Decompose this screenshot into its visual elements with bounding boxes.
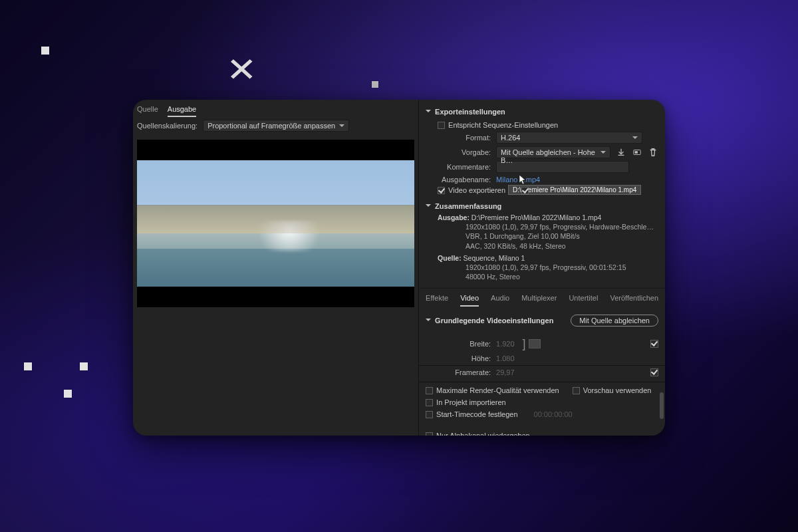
export-settings-title: Exporteinstellungen	[435, 108, 505, 116]
tab-audio[interactable]: Audio	[491, 294, 509, 307]
preset-select[interactable]: Mit Quelle abgleichen - Hohe B…	[496, 146, 610, 158]
match-source-button[interactable]: Mit Quelle abgleichen	[571, 315, 658, 327]
timecode-value: 00:00:00:00	[531, 410, 575, 418]
twisty-icon[interactable]	[426, 110, 431, 115]
width-label: Breite:	[426, 340, 491, 348]
match-sequence-checkbox[interactable]: Entspricht Sequenz-Einstellungen	[438, 121, 558, 129]
settings-panel: Exporteinstellungen Entspricht Sequenz-E…	[419, 100, 665, 436]
set-timecode-checkbox[interactable]: Start-Timecode festlegen	[426, 410, 517, 418]
height-value[interactable]: 1.080	[496, 354, 515, 362]
summary-source-line3: 48000 Hz, Stereo	[438, 272, 658, 281]
use-preview-label: Vorschau verwenden	[583, 386, 652, 394]
tab-video[interactable]: Video	[460, 294, 479, 307]
summary-source-label: Quelle:	[438, 254, 462, 262]
summary-output-path: D:\Premiere Pro\Milan 2022\Milano 1.mp4	[471, 213, 602, 221]
outputname-label: Ausgabename:	[426, 176, 491, 184]
basic-video-title: Grundlegende Videoeinstellungen	[435, 317, 553, 325]
summary-title: Zusammenfassung	[435, 202, 501, 210]
tab-multiplexer[interactable]: Multiplexer	[521, 294, 557, 307]
link-bracket-icon: ]	[523, 336, 526, 352]
preview-panel: Quelle Ausgabe Quellenskalierung: Propor…	[133, 100, 419, 436]
framerate-match-checkbox[interactable]	[650, 368, 658, 376]
deco-square	[372, 81, 378, 88]
import-preset-icon[interactable]	[632, 147, 642, 158]
width-match-checkbox[interactable]	[650, 340, 658, 348]
use-preview-checkbox[interactable]: Vorschau verwenden	[573, 386, 652, 394]
summary-output-line3: VBR, 1 Durchgang, Ziel 10,00 MBit/s	[438, 231, 658, 241]
comments-label: Kommentare:	[426, 163, 491, 171]
summary-source-line1: Sequence, Milano 1	[464, 254, 525, 262]
twisty-icon[interactable]	[426, 319, 431, 324]
summary-block: Ausgabe: D:\Premiere Pro\Milan 2022\Mila…	[426, 213, 658, 281]
tab-subtitles[interactable]: Untertitel	[569, 294, 598, 307]
framerate-label: Framerate:	[426, 368, 491, 376]
svg-rect-1	[635, 151, 638, 154]
summary-source-line2: 1920x1080 (1,0), 29,97 fps, Progressiv, …	[438, 263, 658, 272]
summary-output-line2: 1920x1080 (1,0), 29,97 fps, Progressiv, …	[438, 222, 658, 231]
import-project-label: In Projekt importieren	[436, 398, 506, 406]
source-scaling-label: Quellenskalierung:	[137, 122, 198, 130]
max-render-label: Maximale Render-Qualität verwenden	[436, 386, 559, 394]
preview-image	[137, 160, 414, 287]
delete-preset-icon[interactable]	[648, 147, 658, 158]
alpha-only-label: Nur Alphakanal wiedergeben	[436, 432, 530, 436]
width-value[interactable]: 1.920	[496, 340, 515, 348]
deco-square	[64, 390, 72, 398]
format-label: Format:	[426, 134, 491, 142]
outputname-link[interactable]: Milano 1.mp4	[496, 176, 540, 184]
render-options: Maximale Render-Qualität verwenden Vorsc…	[419, 382, 665, 436]
tab-effects[interactable]: Effekte	[426, 294, 448, 307]
format-select[interactable]: H.264	[496, 132, 642, 144]
preset-label: Vorgabe:	[426, 148, 491, 156]
export-video-checkbox[interactable]: Video exportieren	[438, 186, 505, 194]
framerate-value[interactable]: 29,97	[496, 368, 515, 376]
link-dimensions-button[interactable]	[529, 339, 541, 348]
summary-output-label: Ausgabe:	[438, 213, 469, 221]
alpha-only-checkbox[interactable]: Nur Alphakanal wiedergeben	[426, 432, 530, 436]
deco-x-icon: ✕	[226, 50, 257, 89]
deco-square	[80, 362, 88, 370]
summary-output-line4: AAC, 320 KBit/s, 48 kHz, Stereo	[438, 241, 658, 251]
tab-publish[interactable]: Veröffentlichen	[610, 294, 658, 307]
height-label: Höhe:	[426, 354, 491, 362]
export-dialog: Quelle Ausgabe Quellenskalierung: Propor…	[133, 100, 665, 436]
source-scaling-select[interactable]: Proportional auf Framegröße anpassen	[203, 120, 349, 132]
deco-square	[24, 362, 32, 370]
set-timecode-label: Start-Timecode festlegen	[436, 410, 517, 418]
deco-square	[41, 47, 49, 55]
tab-source[interactable]: Quelle	[137, 105, 158, 117]
twisty-icon[interactable]	[426, 204, 431, 209]
export-video-label: Video exportieren	[448, 186, 505, 194]
save-preset-icon[interactable]	[616, 147, 626, 158]
match-sequence-label: Entspricht Sequenz-Einstellungen	[448, 121, 558, 129]
tab-output[interactable]: Ausgabe	[168, 105, 196, 117]
import-project-checkbox[interactable]: In Projekt importieren	[426, 398, 506, 406]
preview-viewport	[137, 140, 414, 307]
comments-input[interactable]	[496, 161, 629, 173]
max-render-checkbox[interactable]: Maximale Render-Qualität verwenden	[426, 386, 559, 394]
scrollbar-thumb[interactable]	[660, 392, 664, 419]
